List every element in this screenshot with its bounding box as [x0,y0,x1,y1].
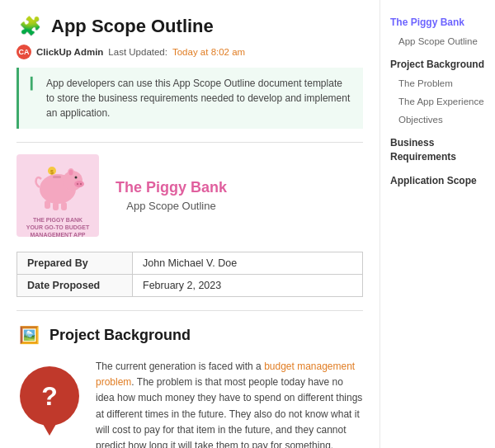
table-cell-label: Prepared By [17,252,133,275]
problem-image: ? The Problem [16,359,82,448]
svg-point-3 [77,183,78,185]
toc-item[interactable]: The Piggy Bank [390,13,485,32]
toc-item[interactable]: The Problem [390,74,485,92]
page-header: 🧩 App Scope Outline [16,13,363,40]
table-cell-label: Date Proposed [17,275,133,297]
author-name: ClickUp Admin [36,47,103,57]
question-bubble: ? [16,359,82,433]
table-cell-value: February 2, 2023 [133,275,363,297]
toc-item[interactable]: The App Experience [390,92,485,111]
piggy-svg: $ [28,154,87,212]
hero-text: The Piggy Bank App Scope Outline [116,179,227,212]
app-icon: 🧩 [16,13,43,40]
svg-point-5 [74,176,77,178]
updated-value: Today at 8:02 am [172,47,245,57]
hero-title: The Piggy Bank [116,179,227,196]
svg-point-4 [80,183,82,185]
hero-subtitle: App Scope Outline [116,200,227,212]
main-content: 🧩 App Scope Outline CA ClickUp Admin Las… [0,0,380,448]
divider-1 [16,142,363,143]
section-header-project: 🖼️ Project Background [16,323,363,347]
toc-item[interactable]: App Scope Outline [390,32,485,50]
table-row: Date ProposedFebruary 2, 2023 [17,275,363,297]
svg-rect-11 [53,176,61,178]
svg-point-7 [68,169,73,175]
toc-item[interactable]: Objectives [390,111,485,129]
hero-image: $ THE PIGGY BANKYOUR GO-TO BUDGETMANAGEM… [16,154,99,237]
project-section-icon: 🖼️ [16,323,41,347]
table-cell-value: John Michael V. Doe [133,252,363,275]
bubble-tail [43,424,56,436]
svg-rect-10 [61,202,67,210]
section-title-project: Project Background [50,327,191,344]
page-title: App Scope Outline [51,16,214,37]
toc-item[interactable]: Business Requirements [390,134,485,167]
bubble-body: ? [20,366,79,426]
updated-label: Last Updated: [108,47,167,57]
avatar: CA [16,45,31,59]
svg-text:$: $ [50,169,54,176]
info-box-text: App developers can use this App Scope Ou… [46,76,351,120]
svg-rect-8 [45,200,50,209]
toc-item[interactable]: Application Scope [390,172,485,191]
svg-point-2 [74,181,84,187]
meta-row: CA ClickUp Admin Last Updated: Today at … [16,45,363,59]
divider-2 [16,310,363,311]
problem-para-1: The current generation is faced with a b… [96,359,363,448]
problem-text-container: The current generation is faced with a b… [96,359,363,448]
hero-section: $ THE PIGGY BANKYOUR GO-TO BUDGETMANAGEM… [16,154,363,237]
info-box: ▎ App developers can use this App Scope … [16,68,363,129]
table-row: Prepared ByJohn Michael V. Doe [17,252,363,275]
info-table: Prepared ByJohn Michael V. DoeDate Propo… [16,252,363,297]
highlight-budget: budget management problem [96,361,355,388]
right-sidebar: The Piggy BankApp Scope OutlineProject B… [380,0,495,448]
problem-section: ? The Problem The current generation is … [16,359,363,448]
toc-item[interactable]: Project Background [390,55,485,74]
info-icon: ▎ [31,77,40,90]
svg-rect-9 [53,202,59,210]
